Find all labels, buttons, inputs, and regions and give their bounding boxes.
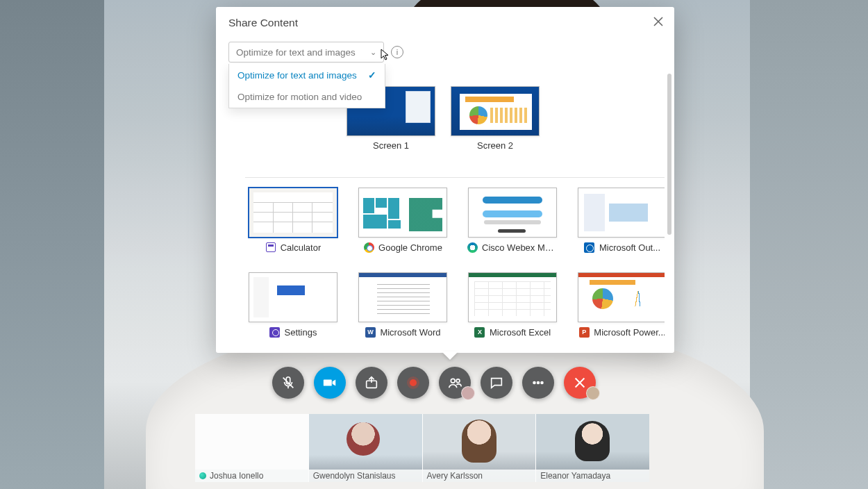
participant-name: Avery Karlsson [427,471,483,481]
end-call-icon [572,375,587,390]
video-icon [322,375,337,390]
participants-icon [447,375,462,390]
excel-label: Microsoft Excel [490,327,551,338]
scroll-thumb[interactable] [667,74,671,235]
webex-label: Cisco Webex Mee... [482,242,558,253]
screen-2-label: Screen 2 [477,140,513,151]
info-icon[interactable]: i [391,46,403,58]
excel-icon: X [474,326,485,338]
participants-strip: Joshua Ionello Gwendolyn Stanislaus Aver… [195,414,649,482]
optimize-dropdown-menu: Optimize for text and images ✓ Optimize … [228,64,385,108]
settings-app-icon [269,326,281,338]
participant-3[interactable]: Avery Karlsson [423,414,537,482]
powerpoint-thumbnail [578,272,665,322]
check-icon: ✓ [368,69,376,81]
calculator-thumbnail [249,188,337,238]
more-options-button[interactable] [522,367,554,399]
end-mini-avatar [586,386,600,400]
share-icon [364,375,379,390]
settings-label: Settings [285,327,317,338]
more-icon [531,375,546,390]
outlook-thumbnail [578,188,665,238]
svg-point-1 [451,379,455,383]
optimize-option-motion-video[interactable]: Optimize for motion and video [229,86,385,108]
mute-button[interactable] [272,367,304,399]
video-button[interactable] [314,367,346,399]
presence-icon [199,472,206,479]
excel-thumbnail [468,272,557,322]
share-app-webex[interactable]: Cisco Webex Mee... [465,188,560,253]
chrome-label: Google Chrome [378,242,442,253]
close-icon [653,17,663,26]
settings-thumbnail [249,272,337,322]
svg-point-3 [533,382,535,384]
participant-4[interactable]: Eleanor Yamadaya [536,414,649,482]
svg-point-2 [456,379,460,383]
optimize-dropdown[interactable]: Optimize for text and images ⌄ [228,42,384,63]
outlook-label: Microsoft Out... [599,242,660,253]
screen-2-thumbnail [451,86,540,136]
call-controls [0,367,868,399]
outlook-icon [584,242,595,253]
end-call-button[interactable] [564,367,596,399]
share-scroll-area: Screen 1 Screen 2 Calculator Google Chro… [228,76,665,343]
record-button[interactable] [397,367,429,399]
svg-point-5 [541,382,543,384]
chat-button[interactable] [481,367,512,399]
chrome-icon [363,242,374,253]
record-icon [410,379,417,386]
participant-self[interactable]: Joshua Ionello [195,414,309,482]
chat-icon [489,375,504,390]
optimize-selected-label: Optimize for text and images [236,47,356,58]
share-app-outlook[interactable]: Microsoft Out... [574,188,665,253]
share-app-word[interactable]: WMicrosoft Word [355,272,451,338]
optimize-option-text-images[interactable]: Optimize for text and images ✓ [229,64,385,86]
scrollbar[interactable] [667,74,671,345]
share-app-settings[interactable]: Settings [245,272,341,338]
participant-name: Eleanor Yamadaya [540,471,610,481]
modal-title: Share Content [228,17,662,29]
participant-name: Gwendolyn Stanislaus [313,471,396,481]
powerpoint-icon: P [578,326,590,338]
microphone-muted-icon [281,375,296,390]
chrome-thumbnail [358,188,447,238]
word-label: Microsoft Word [380,327,440,338]
powerpoint-label: Microsoft Power... [594,327,665,338]
share-button[interactable] [356,367,387,399]
share-app-powerpoint[interactable]: PMicrosoft Power... [574,272,665,338]
participant-2[interactable]: Gwendolyn Stanislaus [309,414,423,482]
webex-thumbnail [468,188,557,238]
share-app-excel[interactable]: XMicrosoft Excel [465,272,560,338]
share-screen-2[interactable]: Screen 2 [451,86,540,151]
share-app-chrome[interactable]: Google Chrome [355,188,451,253]
share-content-modal: Share Content Optimize for text and imag… [216,7,674,353]
modal-caret [442,351,458,360]
share-app-calculator[interactable]: Calculator [245,188,341,253]
webex-icon [467,242,478,253]
word-icon: W [365,326,376,338]
calculator-icon [265,242,276,253]
participants-button[interactable] [439,367,471,399]
participant-name: Joshua Ionello [210,471,263,481]
screen-1-label: Screen 1 [373,140,409,151]
svg-point-4 [537,382,540,384]
word-thumbnail [358,272,447,322]
calculator-label: Calculator [281,242,322,253]
close-button[interactable] [649,13,667,31]
chevron-down-icon: ⌄ [370,48,376,57]
participants-mini-avatar [461,386,475,400]
